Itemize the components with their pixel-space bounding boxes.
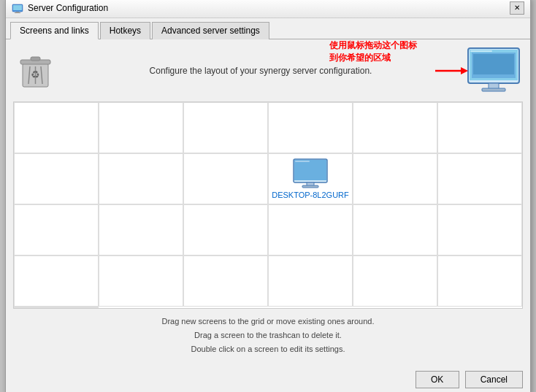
footer: OK Cancel xyxy=(6,364,530,392)
instruction-line3: Double click on a screen to edit its set… xyxy=(13,342,523,356)
tab-hotkeys[interactable]: Hotkeys xyxy=(100,22,150,39)
svg-rect-15 xyxy=(470,50,492,52)
grid-cell xyxy=(437,255,522,307)
svg-marker-12 xyxy=(461,67,468,74)
svg-rect-21 xyxy=(294,160,326,180)
desktop-screen-cell[interactable]: DESKTOP-8L2GURF xyxy=(268,153,353,204)
top-section: ♻ Configure the layout of your synergy s… xyxy=(13,47,523,94)
grid-cell xyxy=(183,255,268,307)
instructions: Drag new screens to the grid or move exi… xyxy=(13,315,523,356)
desktop-label: DESKTOP-8L2GURF xyxy=(272,191,349,199)
svg-rect-17 xyxy=(482,88,505,91)
svg-rect-6 xyxy=(31,57,40,61)
screen-grid: DESKTOP-8L2GURF xyxy=(13,101,523,309)
grid-cell xyxy=(353,255,437,307)
grid-cell xyxy=(14,153,99,204)
grid-cell xyxy=(437,102,522,153)
grid-cell xyxy=(14,255,99,307)
title-bar: Server Configuration ✕ xyxy=(6,0,530,18)
main-content: ♻ Configure the layout of your synergy s… xyxy=(6,39,530,363)
tab-advanced[interactable]: Advanced server settings xyxy=(152,22,269,39)
grid-cell xyxy=(14,204,99,255)
tab-bar: Screens and links Hotkeys Advanced serve… xyxy=(6,18,530,39)
server-config-window: Server Configuration ✕ Screens and links… xyxy=(5,0,531,392)
grid-cell xyxy=(99,255,183,307)
svg-rect-24 xyxy=(302,185,318,188)
svg-rect-19 xyxy=(473,54,514,74)
grid-cell xyxy=(437,153,522,204)
grid-cell xyxy=(437,204,522,255)
trash-svg: ♻ xyxy=(15,50,55,91)
grid-cell xyxy=(268,102,353,153)
grid-cell xyxy=(268,204,353,255)
ok-button[interactable]: OK xyxy=(416,371,459,388)
instruction-line2: Drag a screen to the trashcan to delete … xyxy=(13,328,523,342)
svg-text:♻: ♻ xyxy=(31,69,40,80)
grid-cell xyxy=(99,102,183,153)
close-button[interactable]: ✕ xyxy=(510,1,524,15)
instruction-line1: Drag new screens to the grid or move exi… xyxy=(13,315,523,328)
grid-cell xyxy=(183,153,268,204)
drag-monitor-area: 使用鼠标拖动这个图标 到你希望的区域 xyxy=(464,47,523,94)
svg-rect-3 xyxy=(15,12,20,13)
grid-cell xyxy=(183,204,268,255)
svg-rect-22 xyxy=(295,161,310,162)
drag-monitor-icon[interactable] xyxy=(464,47,523,94)
app-icon xyxy=(12,2,23,14)
grid-cell xyxy=(353,153,437,204)
description-text: Configure the layout of your synergy ser… xyxy=(57,66,464,76)
annotation-text: 使用鼠标拖动这个图标 到你希望的区域 xyxy=(329,39,446,64)
cancel-button[interactable]: Cancel xyxy=(465,371,523,388)
grid-cell xyxy=(99,204,183,255)
grid-cell xyxy=(14,102,99,153)
title-bar-left: Server Configuration xyxy=(12,2,108,14)
grid-cell xyxy=(353,204,437,255)
arrow-icon xyxy=(432,60,468,82)
grid-cell xyxy=(14,307,99,308)
trashcan-icon: ♻ xyxy=(13,49,57,93)
grid-cell xyxy=(268,255,353,307)
svg-rect-1 xyxy=(13,5,22,10)
grid-cell xyxy=(99,153,183,204)
grid-cell xyxy=(353,102,437,153)
grid-cell xyxy=(183,102,268,153)
desktop-monitor-icon xyxy=(292,158,329,189)
window-title: Server Configuration xyxy=(28,3,108,13)
tab-screens-links[interactable]: Screens and links xyxy=(10,22,99,39)
